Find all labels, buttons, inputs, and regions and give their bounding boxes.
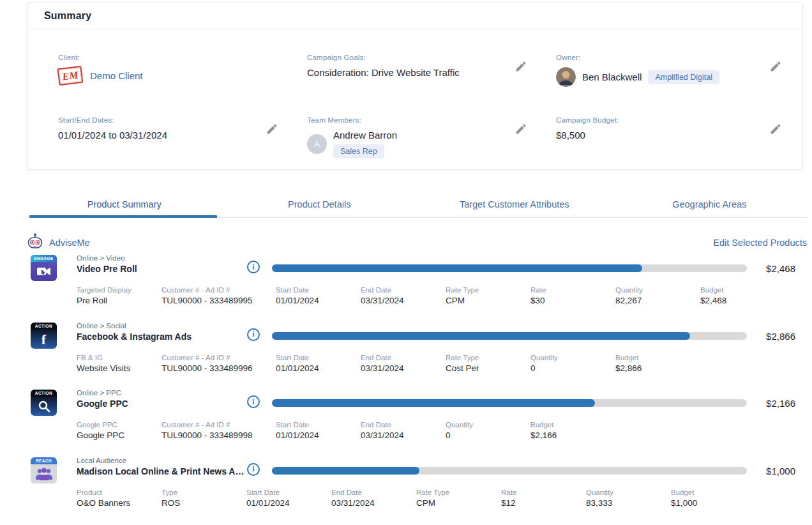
product-tile-people-icon: REACH — [31, 457, 57, 483]
tab-product-summary[interactable]: Product Summary — [27, 192, 222, 217]
detail-label: Type — [162, 489, 246, 496]
team-members-cell: Team Members: A Andrew Barron Sales Rep — [307, 116, 527, 158]
product-amount: $2,468 — [766, 263, 795, 274]
client-label: Client: — [58, 54, 278, 61]
info-icon[interactable]: i — [247, 261, 260, 273]
info-icon[interactable]: i — [247, 463, 260, 476]
product-category: Online > PPC — [77, 389, 121, 397]
detail-field: Budget$2,866 — [615, 354, 700, 373]
product-list: ENGAGEOnline > VideoVideo Pre Rolli$2,46… — [27, 253, 807, 522]
detail-value: TUL90000 - 333489995 — [162, 296, 276, 305]
detail-label: Start Date — [276, 354, 361, 361]
advise-me-button[interactable]: AdviseMe — [27, 233, 90, 252]
team-member-avatar: A — [307, 134, 327, 154]
detail-value: 0 — [446, 430, 530, 440]
detail-field: Customer # - Ad ID #TUL90000 - 333489996 — [162, 354, 276, 373]
summary-title: Summary — [44, 10, 91, 22]
info-icon[interactable]: i — [247, 395, 260, 408]
edit-campaign-budget-pencil-icon[interactable] — [769, 123, 782, 135]
detail-label: Google PPC — [77, 421, 162, 429]
detail-field: Quantity0 — [530, 354, 615, 373]
detail-value: 01/01/2024 — [276, 296, 361, 305]
detail-field: TypeROS — [162, 489, 246, 508]
detail-label: Product — [77, 489, 162, 496]
client-name[interactable]: Demo Client — [90, 70, 143, 81]
tab-geographic-areas[interactable]: Geographic Areas — [612, 192, 808, 217]
product-category: Local Audience — [77, 457, 126, 464]
detail-label: End Date — [361, 286, 446, 294]
detail-field: Google PPCGoogle PPC — [77, 421, 162, 440]
owner-cell: Owner: Ben Blackwell Amplified Digital — [556, 54, 782, 87]
detail-label: Rate Type — [446, 286, 530, 294]
product-name: Madison Local Online & Print News Aud… — [77, 466, 245, 476]
detail-value: TUL90000 - 333489996 — [162, 363, 276, 373]
detail-field: Budget$2,166 — [530, 421, 615, 440]
detail-field: Quantity82,267 — [615, 286, 700, 305]
detail-value: $1,000 — [671, 498, 756, 508]
detail-label: Quantity — [530, 354, 615, 361]
owner-name: Ben Blackwell — [582, 72, 642, 82]
product-amount: $2,866 — [766, 331, 795, 342]
detail-value: 82,267 — [615, 296, 700, 305]
detail-label: End Date — [361, 354, 446, 361]
product-row: REACHLocal AudienceMadison Local Online … — [27, 455, 807, 523]
detail-field: Quantity0 — [446, 421, 530, 440]
detail-value: 0 — [530, 363, 615, 373]
product-amount: $2,166 — [766, 398, 795, 409]
detail-field: Budget$2,468 — [700, 286, 785, 305]
tile-banner-label: ACTION — [31, 390, 57, 397]
summary-card-body: Client: EM Demo Client Campaign Goals: C… — [27, 29, 802, 158]
product-category: Online > Video — [77, 254, 125, 262]
detail-value: 03/31/2024 — [361, 430, 446, 440]
detail-field: End Date03/31/2024 — [361, 354, 446, 373]
campaign-page: Summary Client: EM Demo Client Campaign … — [0, 0, 812, 525]
info-icon[interactable]: i — [247, 328, 260, 341]
campaign-budget-cell: Campaign Budget: $8,500 — [556, 116, 782, 158]
detail-field: Customer # - Ad ID #TUL90000 - 333489998 — [162, 421, 276, 440]
edit-selected-products-link[interactable]: Edit Selected Products — [713, 238, 807, 248]
campaign-goals-label: Campaign Goals: — [307, 54, 515, 61]
budget-progress-bar — [272, 264, 747, 272]
edit-campaign-goals-pencil-icon[interactable] — [515, 60, 527, 73]
owner-avatar — [556, 67, 576, 87]
product-amount: $1,000 — [766, 466, 795, 476]
detail-value: O&O Banners — [77, 498, 162, 508]
detail-value: TUL90000 - 333489998 — [162, 430, 276, 440]
summary-card: Summary Client: EM Demo Client Campaign … — [27, 3, 803, 170]
budget-progress-bar — [272, 467, 747, 475]
detail-field: ProductO&O Banners — [77, 489, 162, 508]
product-name: Facebook & Instagram Ads — [77, 331, 192, 342]
product-row: ENGAGEOnline > VideoVideo Pre Rolli$2,46… — [27, 253, 807, 321]
video-camera-icon — [31, 262, 57, 281]
detail-label: Start Date — [276, 421, 361, 429]
detail-value: $12 — [501, 498, 586, 508]
product-tile-video-camera-icon: ENGAGE — [31, 255, 57, 281]
product-row: ACTIONfOnline > SocialFacebook & Instagr… — [27, 321, 807, 388]
detail-field: Rate$12 — [501, 489, 586, 508]
team-member-name: Andrew Barron — [333, 130, 397, 141]
tab-target-customer-attributes[interactable]: Target Customer Attributes — [417, 192, 612, 217]
detail-value: 03/31/2024 — [361, 296, 446, 305]
detail-label: Start Date — [276, 286, 361, 294]
edit-owner-pencil-icon[interactable] — [769, 60, 782, 73]
detail-value: 01/01/2024 — [276, 430, 361, 440]
detail-field: Budget$1,000 — [671, 489, 756, 508]
detail-label: Budget — [615, 354, 700, 361]
campaign-budget-label: Campaign Budget: — [556, 116, 769, 124]
edit-team-members-pencil-icon[interactable] — [515, 123, 527, 135]
detail-label: Rate Type — [416, 489, 501, 496]
edit-dates-pencil-icon[interactable] — [266, 123, 278, 135]
advise-me-label: AdviseMe — [49, 238, 90, 248]
detail-value: Pre Roll — [77, 296, 162, 305]
budget-progress-fill — [272, 264, 642, 272]
detail-field: Customer # - Ad ID #TUL90000 - 333489995 — [162, 286, 276, 305]
advise-row: AdviseMe Edit Selected Products — [27, 234, 807, 252]
detail-field: Rate$30 — [530, 286, 615, 305]
detail-label: Rate Type — [446, 354, 530, 361]
tab-product-details[interactable]: Product Details — [222, 192, 417, 217]
dates-value: 01/01/2024 to 03/31/2024 — [58, 130, 266, 141]
client-logo: EM — [57, 66, 83, 86]
detail-field: Rate TypeCPM — [416, 489, 501, 508]
owner-label: Owner: — [556, 54, 769, 61]
detail-field: Rate TypeCost Per — [446, 354, 530, 373]
